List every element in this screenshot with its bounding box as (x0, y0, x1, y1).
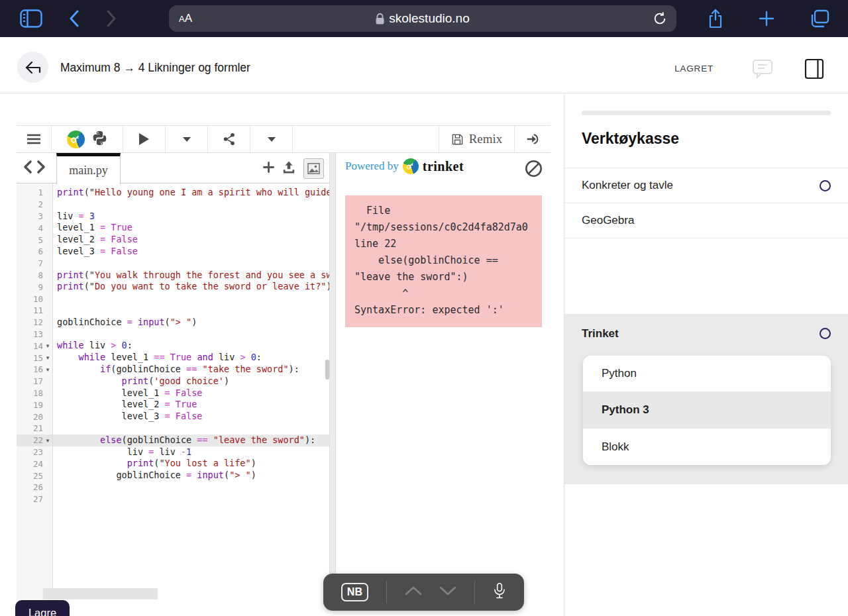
dropdown-option-python-3[interactable]: Python 3 (583, 392, 831, 429)
toolbox-item-trinket[interactable]: Trinket (564, 314, 848, 353)
add-file-icon[interactable] (263, 162, 274, 176)
chevron-down-icon (268, 137, 276, 142)
tab-scroll-right-icon[interactable] (36, 160, 46, 177)
radio-button[interactable] (820, 180, 831, 191)
code-line-24[interactable]: print("You lost a life") (57, 458, 329, 470)
trinket-menu-button[interactable] (17, 126, 52, 152)
trinket-toolbar: Remix (17, 125, 551, 153)
code-line-19[interactable]: level_2 = True (57, 399, 329, 411)
tab-scroll-left-icon[interactable] (23, 160, 32, 177)
editor-gutter: 1234567891011121314▾15▾16▾171819202122▾2… (17, 183, 53, 599)
gutter-line-15: 15▾ (17, 352, 52, 364)
share-trinket-button[interactable] (208, 126, 250, 152)
run-button[interactable] (123, 126, 166, 152)
gutter-line-16: 16▾ (17, 364, 52, 376)
toolbox-item-konkreter-og-tavle[interactable]: Konkreter og tavle (564, 168, 848, 203)
toolbox-list: Konkreter og tavleGeoGebra Trinket Pytho… (564, 168, 848, 238)
divider (474, 581, 475, 603)
play-icon (139, 133, 149, 145)
code-line-6[interactable]: level_3 = False (57, 246, 329, 258)
back-button[interactable] (17, 52, 48, 83)
code-line-8[interactable]: print("You walk through the forest and y… (57, 270, 329, 282)
code-line-21[interactable] (57, 423, 329, 435)
new-tab-icon[interactable] (758, 10, 775, 27)
python-logo-icon (91, 130, 108, 149)
browser-back-icon[interactable] (69, 10, 80, 27)
keyboard-accessory-bar: NB (323, 574, 524, 611)
code-line-27[interactable] (57, 493, 329, 505)
fold-arrow-icon[interactable]: ▾ (43, 366, 52, 373)
code-line-23[interactable]: liv = liv -1 (57, 446, 329, 458)
insert-image-button[interactable] (303, 158, 324, 179)
error-line: File (354, 203, 533, 219)
remix-button[interactable]: Remix (439, 126, 515, 152)
trinket-logo-icon (67, 130, 85, 148)
side-panel-toggle-icon[interactable] (804, 58, 824, 82)
code-line-15[interactable]: while level_1 == True and liv > 0: (57, 352, 329, 364)
toolbox-highlighted-section: Trinket PythonPython 3Blokk (564, 314, 848, 484)
code-line-18[interactable]: level_1 = False (57, 387, 329, 399)
address-url: skolestudio.no (169, 11, 676, 26)
code-line-25[interactable]: goblinChoice = input("> ") (57, 470, 329, 482)
error-line: "leave the sword":) (354, 269, 533, 285)
dropdown-option-blokk[interactable]: Blokk (583, 429, 831, 465)
code-line-26[interactable] (57, 482, 329, 493)
chevron-down-icon[interactable] (439, 586, 456, 598)
code-line-3[interactable]: liv = 3 (57, 211, 329, 223)
code-editor[interactable]: 1234567891011121314▾15▾16▾171819202122▾2… (17, 183, 329, 599)
code-line-7[interactable] (57, 258, 329, 270)
code-line-5[interactable]: level_2 = False (57, 234, 329, 246)
gutter-line-1: 1 (17, 187, 52, 199)
reload-icon[interactable] (653, 11, 667, 26)
save-disk-icon (451, 133, 464, 146)
code-line-14[interactable]: while liv > 0: (57, 340, 329, 352)
gutter-line-11: 11 (17, 305, 52, 317)
code-line-11[interactable] (57, 305, 329, 317)
code-line-20[interactable]: level_3 = False (57, 411, 329, 423)
pane-splitter[interactable] (329, 153, 336, 599)
error-line: ^ (354, 285, 533, 302)
code-line-13[interactable] (57, 329, 329, 340)
code-line-10[interactable] (57, 293, 329, 305)
upload-file-icon[interactable] (282, 161, 295, 176)
editor-code[interactable]: print("Hello young one I am a spirit who… (53, 183, 329, 599)
fold-arrow-icon[interactable]: ▾ (43, 342, 52, 349)
editor-hscrollbar[interactable] (43, 588, 158, 599)
gutter-line-21: 21 (17, 423, 52, 435)
gutter-line-18: 18 (17, 387, 52, 399)
code-line-16[interactable]: if(goblinChoice == "take the sword"): (57, 364, 329, 376)
fold-arrow-icon[interactable]: ▾ (43, 437, 52, 444)
comments-icon[interactable] (752, 59, 773, 81)
error-line: "/tmp/sessions/c0c2d4fa82d7a0 (354, 219, 533, 236)
share-options-button[interactable] (250, 126, 293, 152)
code-line-17[interactable]: print('good choice') (57, 376, 329, 387)
code-line-4[interactable]: level_1 = True (57, 222, 329, 234)
dropdown-option-python[interactable]: Python (583, 356, 831, 392)
gutter-line-14: 14▾ (17, 340, 52, 352)
browser-forward-icon[interactable] (106, 10, 117, 27)
sign-in-button[interactable] (515, 126, 551, 152)
chevron-up-icon[interactable] (405, 586, 422, 598)
microphone-icon[interactable] (493, 582, 506, 603)
keyboard-language-button[interactable]: NB (341, 583, 368, 601)
code-line-2[interactable] (57, 199, 329, 211)
save-button[interactable]: Lagre (15, 600, 70, 616)
back-arrow-icon (25, 61, 41, 74)
code-line-9[interactable]: print("Do you want to take the sword or … (57, 281, 329, 293)
address-bar[interactable]: AAAA skolestudio.no (169, 5, 676, 32)
tabs-icon[interactable] (810, 9, 829, 28)
trinket-language-button[interactable] (52, 126, 123, 152)
stop-icon[interactable] (525, 160, 543, 180)
fold-arrow-icon[interactable]: ▾ (43, 354, 52, 361)
code-line-22[interactable]: else(goblinChoice == "leave the sword"): (53, 435, 329, 446)
toolbox-item-geogebra[interactable]: GeoGebra (564, 203, 848, 238)
tab-main-py[interactable]: main.py (56, 153, 121, 184)
code-line-12[interactable]: goblinChoice = input("> ") (57, 317, 329, 329)
trinket-radio[interactable] (820, 328, 831, 339)
run-options-button[interactable] (166, 126, 208, 152)
code-line-1[interactable]: print("Hello young one I am a spirit who… (57, 187, 329, 199)
share-icon[interactable] (708, 9, 723, 28)
toolbox-item-label: Konkreter og tavle (582, 179, 673, 192)
error-line: else(goblinChoice == (354, 252, 533, 269)
browser-sidebar-icon[interactable] (20, 9, 42, 28)
